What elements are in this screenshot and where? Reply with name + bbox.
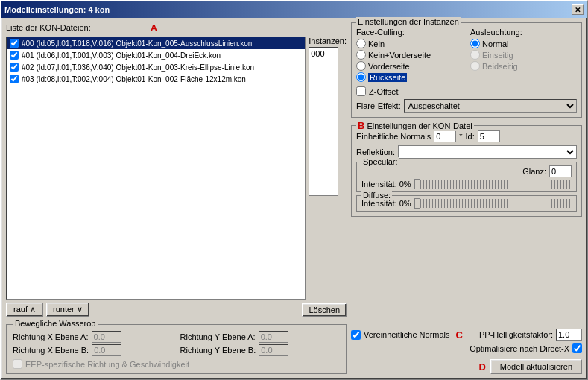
flare-select[interactable]: Ausgeschaltet bbox=[404, 99, 577, 113]
direct-x-row: Optimalisiere nach Direct-X bbox=[351, 343, 582, 353]
z-offset-label: Z-Offset bbox=[369, 87, 399, 96]
vereinheitliche-label: Vereinheitliche Normals bbox=[364, 330, 450, 339]
normal-label: Normal bbox=[482, 39, 508, 48]
list-item[interactable]: #01 (Id:06,I:01,T:001,V:003) Objekt01-Ko… bbox=[7, 49, 305, 61]
marker-a: A bbox=[151, 22, 157, 34]
eep-row: EEP-spezifische Richtung & Geschwindigke… bbox=[13, 359, 340, 369]
diff-intensity-slider[interactable] bbox=[414, 199, 572, 208]
ausleuchtung-label: Ausleuchtung: bbox=[470, 28, 577, 37]
spec-intensity-row: Intensität: 0% bbox=[361, 180, 572, 189]
richtung-yb-row: Richtung Y Ebene B: bbox=[180, 344, 341, 356]
rueckseite-row: Rückseite bbox=[356, 72, 463, 82]
spec-intensity-slider[interactable] bbox=[414, 180, 572, 189]
kein-vorderseite-label: Kein+Vorderseite bbox=[368, 51, 431, 60]
star-label: * bbox=[459, 132, 462, 141]
list-item[interactable]: #03 (Id:08,I:01,T:002,V:004) Objekt01-Ko… bbox=[7, 73, 305, 85]
id-input[interactable] bbox=[478, 130, 500, 142]
runter-button[interactable]: runter ∨ bbox=[46, 303, 89, 317]
direct-x-label: Optimalisiere nach Direct-X bbox=[470, 344, 569, 353]
main-content: Liste der KON-Dateien: A #00 (Id:05,I:01… bbox=[1, 18, 587, 379]
kon-file-list[interactable]: #00 (Id:05,I:01,T:018,V:016) Objekt01-Ko… bbox=[6, 37, 306, 300]
marker-b: B bbox=[358, 120, 364, 131]
face-culling-group: Face-Culling: Kein Kein+Vorderseite Vord… bbox=[356, 28, 463, 83]
list-item[interactable]: #00 (Id:05,I:01,T:018,V:016) Objekt01-Ko… bbox=[7, 37, 305, 49]
window-title: Modelleinstellungen: 4 kon bbox=[4, 5, 110, 14]
beidseitig-radio[interactable] bbox=[470, 61, 480, 71]
list-item-checkbox-3[interactable] bbox=[10, 75, 19, 83]
ausleuchtung-group: Ausleuchtung: Normal Einseitig Beidseiti… bbox=[470, 28, 577, 83]
pp-input[interactable] bbox=[556, 329, 582, 341]
reflektion-label: Reflektion: bbox=[356, 148, 395, 156]
instanzen-label: Instanzen: bbox=[309, 37, 347, 45]
kein-radio[interactable] bbox=[356, 39, 366, 48]
rueckseite-label: Rückseite bbox=[368, 73, 407, 82]
direct-x-checkbox[interactable] bbox=[572, 343, 582, 353]
left-panel: Liste der KON-Dateien: A #00 (Id:05,I:01… bbox=[6, 22, 347, 374]
glanz-input[interactable] bbox=[549, 165, 572, 177]
einseitig-row: Einseitig bbox=[470, 50, 577, 60]
eep-checkbox[interactable] bbox=[13, 359, 22, 369]
list-item-text-3: #03 (Id:08,I:01,T:002,V:004) Objekt01-Ko… bbox=[22, 75, 246, 83]
rauf-button[interactable]: rauf ∧ bbox=[6, 303, 43, 317]
kein-label: Kein bbox=[368, 39, 385, 48]
vereinheitliche-checkbox[interactable] bbox=[351, 330, 361, 340]
kon-settings-text: Einstellungen der KON-Datei bbox=[367, 121, 472, 130]
diffuse-title: Diffuse: bbox=[361, 191, 392, 200]
beidseitig-row: Beidseitig bbox=[470, 61, 577, 71]
modell-aktualisieren-button[interactable]: Modell aktualisieren bbox=[490, 359, 582, 374]
reflektion-select[interactable] bbox=[398, 145, 577, 159]
spec-intensity-label: Intensität: 0% bbox=[361, 180, 411, 189]
wasser-groupbox: Bewegliche Wasserob Richtung X Ebene A: … bbox=[6, 324, 347, 374]
specular-box: Specular: Glanz: Intensität: 0% bbox=[356, 162, 577, 192]
list-item-text-2: #02 (Id:07,I:01,T:036,V:040) Objekt01-Ko… bbox=[22, 63, 254, 72]
culling-ausleuchtung: Face-Culling: Kein Kein+Vorderseite Vord… bbox=[356, 28, 577, 83]
einseitig-radio[interactable] bbox=[470, 50, 480, 60]
kein-vorderseite-row: Kein+Vorderseite bbox=[356, 50, 463, 60]
diff-intensity-label: Intensität: 0% bbox=[361, 199, 411, 208]
normal-row: Normal bbox=[470, 39, 577, 48]
vorderseite-row: Vorderseite bbox=[356, 61, 463, 71]
richtung-xa-input[interactable] bbox=[92, 331, 121, 343]
flare-label: Flare-Effekt: bbox=[356, 101, 401, 110]
loeschen-button[interactable]: Löschen bbox=[302, 303, 347, 317]
wasser-grid: Richtung X Ebene A: Richtung Y Ebene A: … bbox=[13, 328, 340, 356]
list-item-text-1: #01 (Id:06,I:01,T:001,V:003) Objekt01-Ko… bbox=[22, 51, 221, 60]
list-item[interactable]: #02 (Id:07,I:01,T:036,V:040) Objekt01-Ko… bbox=[7, 61, 305, 73]
einheitliche-input[interactable] bbox=[434, 130, 456, 142]
vorderseite-label: Vorderseite bbox=[368, 62, 410, 71]
richtung-yb-input[interactable] bbox=[259, 344, 288, 356]
id-label: Id: bbox=[466, 132, 475, 141]
list-item-checkbox-2[interactable] bbox=[10, 63, 19, 72]
richtung-xa-row: Richtung X Ebene A: bbox=[13, 331, 173, 343]
vorderseite-radio[interactable] bbox=[356, 61, 366, 71]
richtung-xb-input[interactable] bbox=[92, 344, 121, 356]
z-offset-checkbox[interactable] bbox=[356, 86, 366, 96]
kon-settings-title: B Einstellungen der KON-Datei bbox=[356, 120, 474, 131]
instanzen-value: 000 bbox=[311, 49, 324, 58]
normal-radio[interactable] bbox=[470, 39, 480, 48]
bottom-controls: rauf ∧ runter ∨ Löschen Bewegliche Wasse… bbox=[6, 303, 347, 374]
right-panel: Einstellungen der Instanzen Face-Culling… bbox=[351, 22, 582, 374]
list-item-text-0: #00 (Id:05,I:01,T:018,V:016) Objekt01-Ko… bbox=[22, 39, 252, 48]
button-row: rauf ∧ runter ∨ Löschen bbox=[6, 303, 347, 317]
titlebar: Modelleinstellungen: 4 kon ✕ bbox=[1, 1, 587, 18]
z-offset-row: Z-Offset bbox=[356, 86, 577, 96]
instanz-settings-box: Einstellungen der Instanzen Face-Culling… bbox=[351, 22, 582, 118]
list-item-checkbox-1[interactable] bbox=[10, 51, 19, 60]
list-label: Liste der KON-Dateien: bbox=[6, 23, 91, 32]
face-culling-label: Face-Culling: bbox=[356, 28, 463, 37]
richtung-xb-row: Richtung X Ebene B: bbox=[13, 344, 173, 356]
richtung-ya-input[interactable] bbox=[259, 331, 288, 343]
eep-label: EEP-spezifische Richtung & Geschwindigke… bbox=[25, 360, 189, 369]
close-button[interactable]: ✕ bbox=[572, 4, 584, 15]
list-item-checkbox-0[interactable] bbox=[10, 39, 19, 48]
marker-c: C bbox=[456, 329, 463, 341]
kein-vorderseite-radio[interactable] bbox=[356, 50, 366, 60]
bottom-right: Vereinheitliche Normals C PP-Helligkeits… bbox=[351, 329, 582, 374]
rueckseite-radio[interactable] bbox=[356, 72, 366, 82]
einseitig-label: Einseitig bbox=[482, 51, 513, 60]
richtung-xa-label: Richtung X Ebene A: bbox=[13, 332, 89, 341]
einheitliche-label: Einheitliche Normals bbox=[356, 132, 431, 141]
einheitliche-row: Einheitliche Normals * Id: bbox=[356, 130, 577, 142]
instanz-settings-title: Einstellungen der Instanzen bbox=[356, 17, 461, 26]
